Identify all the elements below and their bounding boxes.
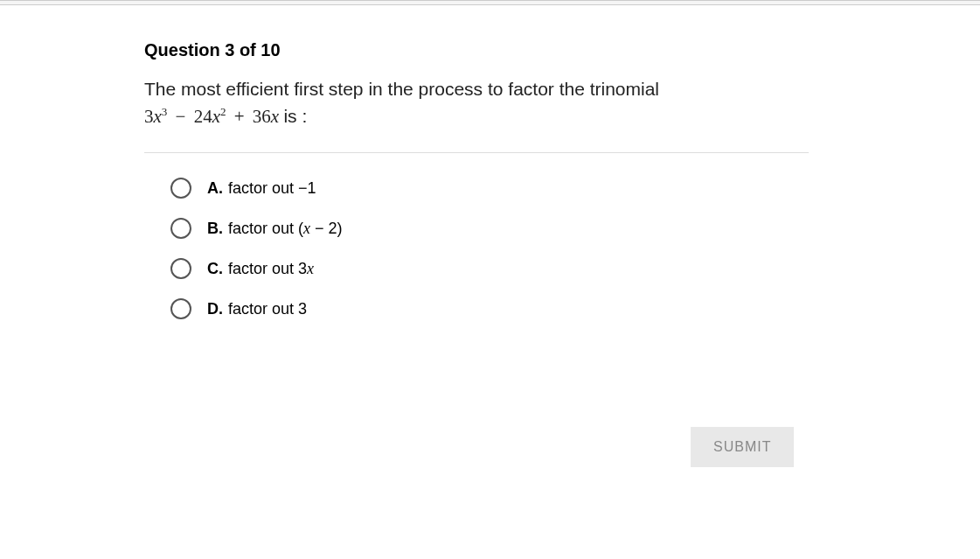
option-d-label: D.factor out 3 — [207, 300, 307, 318]
var2: x — [212, 106, 220, 127]
radio-icon — [170, 258, 191, 279]
question-content: Question 3 of 10 The most efficient firs… — [0, 5, 804, 319]
submit-button[interactable]: SUBMIT — [691, 427, 794, 467]
options-list: A.factor out −1 B.factor out (x − 2) C.f… — [144, 178, 804, 319]
radio-icon — [170, 218, 191, 239]
question-header: Question 3 of 10 — [144, 40, 804, 60]
expression-suffix: is : — [283, 106, 307, 126]
option-suffix: − 2) — [310, 220, 343, 237]
math-expression: 3x3 − 24x2 + 36x — [144, 106, 283, 127]
divider — [144, 152, 809, 153]
option-prefix: factor out 3 — [228, 260, 307, 277]
var3: x — [271, 106, 279, 127]
option-text: factor out 3 — [228, 300, 307, 318]
exp1: 3 — [162, 105, 168, 118]
option-var: x — [303, 220, 310, 237]
question-expression-line: 3x3 − 24x2 + 36x is : — [144, 105, 804, 128]
option-b-label: B.factor out (x − 2) — [207, 220, 343, 238]
question-text: The most efficient first step in the pro… — [144, 76, 804, 101]
option-c-label: C.factor out 3x — [207, 260, 314, 278]
coef3: 36 — [253, 106, 271, 127]
option-letter: A. — [207, 179, 223, 197]
option-a-label: A.factor out −1 — [207, 179, 316, 198]
radio-icon — [170, 178, 191, 199]
option-a[interactable]: A.factor out −1 — [170, 178, 804, 199]
exp2: 2 — [220, 105, 226, 118]
radio-icon — [170, 298, 191, 319]
option-letter: C. — [207, 260, 223, 277]
submit-container: SUBMIT — [691, 427, 794, 467]
option-text: factor out −1 — [228, 179, 316, 197]
var1: x — [154, 106, 162, 127]
option-letter: D. — [207, 300, 223, 318]
option-b[interactable]: B.factor out (x − 2) — [170, 218, 804, 239]
option-letter: B. — [207, 220, 223, 237]
option-c[interactable]: C.factor out 3x — [170, 258, 804, 279]
coef2: 24 — [194, 106, 212, 127]
op-plus: + — [234, 106, 245, 127]
option-prefix: factor out ( — [228, 220, 303, 237]
option-var: x — [307, 260, 314, 277]
op-minus: − — [176, 106, 186, 127]
option-d[interactable]: D.factor out 3 — [170, 298, 804, 319]
coef1: 3 — [144, 106, 154, 127]
